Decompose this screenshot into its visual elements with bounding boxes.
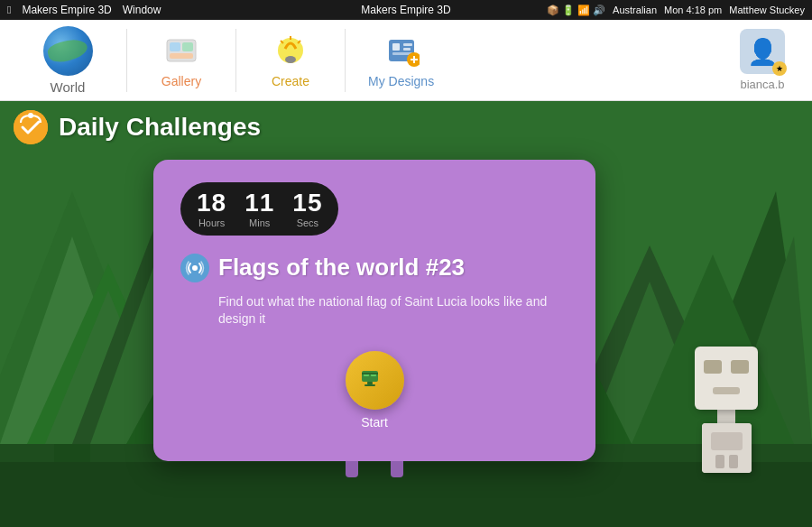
main-content: Daily Challenges 18 Hours 11 Mins 15 Sec… [0, 101, 812, 527]
timer-secs-value: 15 [292, 190, 322, 217]
menu-bar-icons: 📦 🔋 📶 🔊 [547, 5, 605, 16]
svg-rect-3 [170, 53, 193, 59]
timer-mins-value: 11 [245, 190, 274, 217]
svg-rect-10 [392, 43, 400, 51]
user-badge: ★ [772, 61, 787, 76]
card-leg-left [346, 461, 358, 477]
svg-rect-40 [367, 382, 373, 384]
robot-head [695, 347, 758, 410]
svg-rect-48 [715, 455, 724, 468]
gallery-icon [163, 32, 199, 69]
gallery-label: Gallery [161, 74, 201, 88]
timer-hours-label: Hours [198, 217, 225, 228]
svg-rect-41 [364, 384, 375, 386]
svg-rect-45 [713, 387, 740, 394]
timer-hours-segment: 18 Hours [197, 190, 226, 228]
nav-tab-world[interactable]: World [9, 19, 126, 102]
robot-neck [717, 410, 735, 423]
world-globe-icon [43, 26, 93, 76]
start-label: Start [361, 415, 388, 430]
robot-character [686, 347, 767, 473]
svg-point-35 [192, 265, 198, 271]
clock: Mon 4:18 pm [664, 5, 722, 15]
timer-secs-label: Secs [297, 217, 318, 228]
svg-marker-39 [362, 373, 378, 374]
user-label: bianca.b [740, 78, 784, 91]
challenges-title: Daily Challenges [59, 113, 261, 142]
card-leg-right [391, 461, 403, 477]
timer-display: 18 Hours 11 Mins 15 Secs [180, 182, 338, 236]
svg-rect-47 [711, 432, 743, 450]
start-button-container: Start [180, 351, 568, 430]
username: Matthew Stuckey [729, 5, 805, 15]
svg-rect-12 [403, 48, 411, 51]
menu-bar:  Makers Empire 3D Window Makers Empire … [0, 0, 812, 20]
challenges-icon [14, 110, 48, 144]
timer-mins-label: Mins [249, 217, 270, 228]
svg-rect-2 [182, 42, 193, 51]
svg-rect-36 [362, 371, 378, 382]
menu-bar-center: Makers Empire 3D [361, 4, 450, 16]
card-stand [329, 461, 420, 477]
mydesigns-label: My Designs [368, 74, 434, 88]
mydesigns-icon [383, 32, 420, 69]
nav-bar: World Gallery Create [0, 20, 812, 101]
window-title: Makers Empire 3D [361, 4, 450, 16]
user-avatar: 👤 ★ [740, 29, 785, 74]
nav-tab-mydesigns[interactable]: My Designs [346, 25, 457, 96]
nav-tab-create[interactable]: Create [236, 25, 345, 96]
timer-mins-segment: 11 Mins [245, 190, 274, 228]
language-indicator: Australian [613, 5, 657, 15]
window-menu-item[interactable]: Window [123, 4, 161, 16]
menu-bar-right: 📦 🔋 📶 🔊 Australian Mon 4:18 pm Matthew S… [547, 5, 805, 16]
broadcast-icon [180, 254, 209, 282]
start-button[interactable] [346, 351, 404, 410]
svg-rect-11 [403, 43, 412, 46]
robot-body [702, 423, 752, 473]
svg-point-34 [28, 113, 33, 118]
challenge-title: Flags of the world #23 [218, 254, 465, 282]
menu-bar-left:  Makers Empire 3D Window [7, 4, 161, 16]
nav-user[interactable]: 👤 ★ bianca.b [722, 22, 803, 98]
timer-hours-value: 18 [197, 190, 226, 217]
svg-rect-44 [731, 360, 749, 374]
nav-tab-gallery[interactable]: Gallery [127, 25, 235, 96]
create-icon [272, 32, 309, 69]
create-label: Create [272, 74, 309, 88]
challenge-description: Find out what the national flag of Saint… [218, 293, 568, 328]
challenges-header: Daily Challenges [14, 110, 261, 144]
avatar-icon: 👤 [747, 37, 779, 67]
svg-point-5 [285, 56, 296, 63]
world-label: World [51, 79, 86, 95]
timer-secs-segment: 15 Secs [292, 190, 322, 228]
challenge-card: 18 Hours 11 Mins 15 Secs [153, 160, 595, 461]
svg-rect-49 [729, 455, 738, 468]
apple-menu[interactable]:  [7, 4, 11, 16]
svg-rect-43 [704, 360, 722, 374]
svg-rect-1 [170, 42, 180, 51]
challenge-title-row: Flags of the world #23 [180, 254, 568, 282]
app-menu-item[interactable]: Makers Empire 3D [22, 4, 111, 16]
svg-rect-42 [699, 351, 753, 405]
